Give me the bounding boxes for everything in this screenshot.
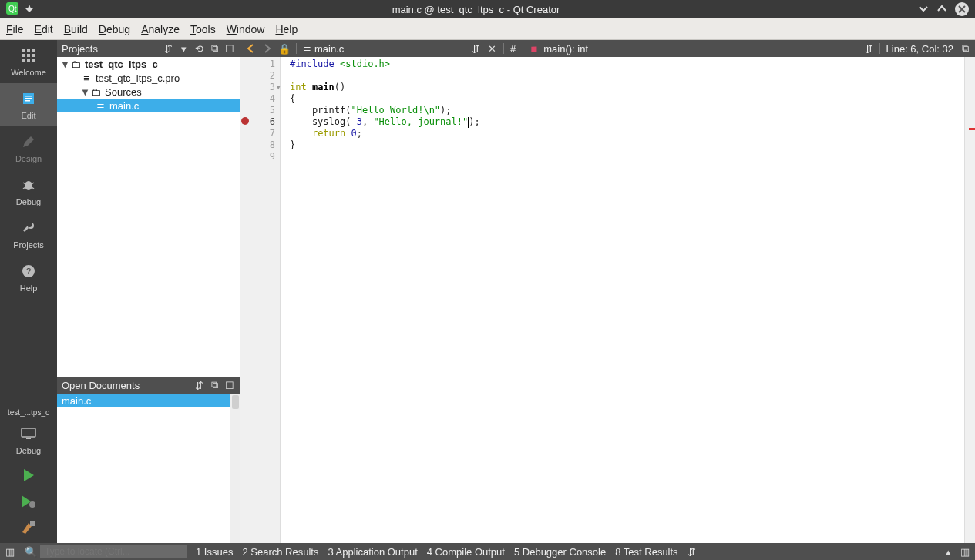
svg-rect-25: [30, 521, 35, 526]
nav-forward-icon[interactable]: [262, 43, 273, 54]
wrench-icon: [0, 219, 57, 237]
output-compile[interactable]: 4 Compile Output: [427, 546, 505, 558]
fold-icon[interactable]: ▼: [273, 82, 281, 89]
mode-debug[interactable]: Debug: [0, 169, 57, 213]
monitor-icon: [0, 424, 57, 443]
output-issues[interactable]: 1 Issues: [196, 546, 233, 558]
menu-analyze[interactable]: Analyze: [141, 23, 180, 35]
qt-logo-icon: Qt: [6, 2, 18, 17]
svg-point-26: [241, 117, 249, 125]
editor-scrollbar[interactable]: [964, 57, 975, 543]
search-icon: 🔍: [25, 546, 37, 558]
updown-icon[interactable]: ⇵: [193, 379, 205, 391]
help-icon: ?: [0, 262, 57, 280]
nav-back-icon[interactable]: [245, 43, 256, 54]
svg-line-17: [32, 183, 34, 184]
close-panel-icon[interactable]: ☐: [224, 379, 236, 391]
svg-rect-4: [32, 49, 35, 52]
lock-icon[interactable]: 🔒: [279, 43, 290, 54]
menu-help[interactable]: Help: [275, 23, 298, 35]
menu-edit[interactable]: Edit: [35, 23, 53, 35]
toggle-sidebar-icon[interactable]: ▥: [5, 546, 15, 557]
output-search[interactable]: 2 Search Results: [242, 546, 318, 558]
status-bar: ▥ 🔍 1 Issues 2 Search Results 3 Applicat…: [0, 543, 975, 560]
split-editor-icon[interactable]: ⧉: [960, 43, 970, 54]
toggle-right-sidebar-icon[interactable]: ▥: [960, 546, 970, 557]
cursor-position[interactable]: Line: 6, Col: 32: [886, 43, 953, 55]
svg-rect-12: [25, 96, 32, 97]
svg-line-16: [23, 183, 25, 184]
marker-icon: [969, 128, 975, 130]
folder-icon: 🗀: [89, 86, 102, 98]
svg-text:?: ?: [26, 267, 31, 276]
tree-project-root[interactable]: ▼ 🗀 test_qtc_ltps_c: [57, 57, 240, 71]
output-debugger[interactable]: 5 Debugger Console: [514, 546, 606, 558]
split-icon[interactable]: ⧉: [208, 42, 220, 55]
locator-input[interactable]: [40, 545, 187, 558]
svg-rect-6: [27, 54, 30, 57]
file-selector[interactable]: ≣ main.c ⇵: [303, 43, 480, 55]
mode-help[interactable]: ? Help: [0, 256, 57, 299]
build-button[interactable]: [20, 517, 37, 538]
line-gutter[interactable]: 123456789 ▼: [240, 57, 281, 543]
link-icon[interactable]: ⟲: [193, 42, 205, 55]
menu-file[interactable]: File: [6, 23, 24, 35]
grid-icon: [0, 46, 57, 65]
symbol-selector[interactable]: # ◆ main(): int: [510, 43, 859, 55]
editor-toolbar: 🔒 ≣ main.c ⇵ ✕ # ◆ main(): int ⇵ Line: 6…: [240, 40, 975, 57]
mode-welcome[interactable]: Welcome: [0, 40, 57, 83]
svg-line-18: [23, 187, 25, 189]
svg-rect-10: [32, 59, 35, 62]
tree-file-mainc[interactable]: ≣ main.c: [57, 99, 240, 112]
updown-icon[interactable]: ⇵: [865, 43, 873, 55]
svg-rect-3: [27, 49, 30, 52]
svg-point-15: [25, 181, 32, 190]
mode-projects[interactable]: Projects: [0, 213, 57, 256]
kit-mode[interactable]: Debug: [0, 420, 57, 460]
editor: 🔒 ≣ main.c ⇵ ✕ # ◆ main(): int ⇵ Line: 6…: [240, 40, 975, 543]
svg-rect-5: [22, 54, 25, 57]
c-file-icon: ≣: [303, 43, 311, 55]
open-doc-item[interactable]: main.c: [57, 394, 240, 407]
menu-debug[interactable]: Debug: [99, 23, 130, 35]
svg-text:Qt: Qt: [8, 5, 17, 13]
close-icon[interactable]: [955, 2, 969, 16]
project-icon: 🗀: [69, 59, 82, 70]
svg-rect-14: [25, 100, 30, 102]
code-editor[interactable]: #include <stdio.h> int main() { printf("…: [281, 57, 964, 543]
menu-tools[interactable]: Tools: [190, 23, 216, 35]
titlebar: Qt main.c @ test_qtc_ltps_c - Qt Creator: [0, 0, 975, 18]
pin-icon[interactable]: [25, 4, 34, 15]
open-documents-header: Open Documents ⇵ ⧉ ☐: [57, 377, 240, 394]
locator[interactable]: 🔍: [25, 545, 187, 558]
debug-run-button[interactable]: [20, 491, 37, 512]
updown-icon[interactable]: ⇵: [162, 42, 174, 55]
chevron-up-icon[interactable]: ▴: [943, 546, 953, 557]
breakpoint-icon[interactable]: [240, 116, 250, 126]
tree-sources-folder[interactable]: ▼ 🗀 Sources: [57, 85, 240, 99]
split-icon[interactable]: ⧉: [208, 379, 220, 391]
close-panel-icon[interactable]: ☐: [224, 42, 236, 55]
maximize-icon[interactable]: [936, 3, 947, 16]
projects-tree[interactable]: ▼ 🗀 test_qtc_ltps_c ≡ test_qtc_ltps_c.pr…: [57, 57, 240, 377]
svg-point-24: [29, 501, 35, 508]
scrollbar[interactable]: [230, 394, 240, 543]
mode-design[interactable]: Design: [0, 126, 57, 169]
output-tests[interactable]: 8 Test Results: [615, 546, 677, 558]
svg-rect-13: [25, 98, 32, 99]
menu-bar: File Edit Build Debug Analyze Tools Wind…: [0, 18, 975, 40]
tree-pro-file[interactable]: ≡ test_qtc_ltps_c.pro: [57, 71, 240, 85]
filter-icon[interactable]: ▾: [177, 42, 190, 55]
run-button[interactable]: [20, 464, 37, 486]
pencil-icon: [0, 132, 57, 151]
mode-edit[interactable]: Edit: [0, 83, 57, 126]
c-file-icon: ≣: [94, 100, 106, 112]
menu-window[interactable]: Window: [227, 23, 265, 35]
menu-build[interactable]: Build: [64, 23, 88, 35]
updown-icon[interactable]: ⇵: [688, 546, 696, 558]
output-app[interactable]: 3 Application Output: [328, 546, 417, 558]
kit-selector[interactable]: test_...tps_c: [6, 405, 51, 420]
close-file-icon[interactable]: ✕: [486, 43, 497, 54]
minimize-icon[interactable]: [918, 3, 929, 16]
svg-rect-9: [27, 59, 30, 62]
